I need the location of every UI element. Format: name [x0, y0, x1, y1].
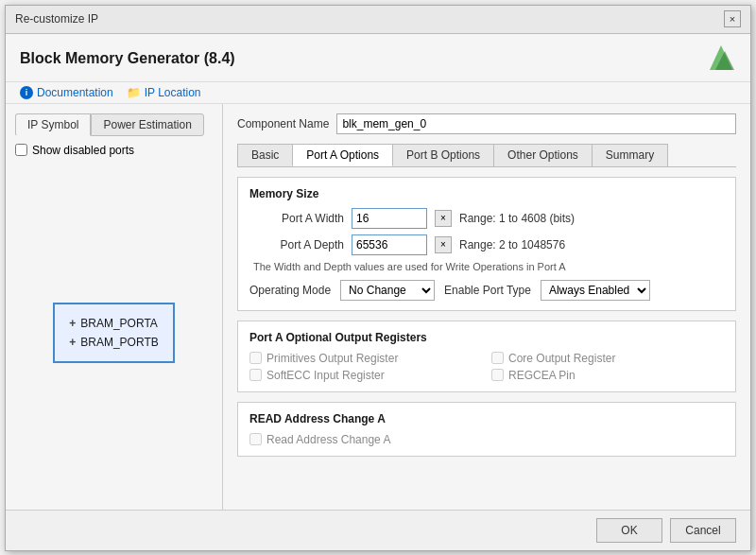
core-output-reg-label: Core Output Register: [508, 352, 615, 365]
bram-portb-row: + BRAM_PORTB: [69, 333, 158, 352]
softecc-reg-label: SoftECC Input Register: [266, 369, 385, 382]
width-depth-info: The Width and Depth values are used for …: [249, 261, 724, 272]
toolbar: i Documentation 📁 IP Location: [6, 82, 750, 104]
op-mode-label: Operating Mode: [249, 284, 331, 297]
left-panel: IP Symbol Power Estimation Show disabled…: [6, 104, 223, 510]
portb-plus-icon: +: [69, 336, 76, 349]
bram-porta-label: BRAM_PORTA: [80, 317, 158, 330]
dialog-header: Block Memory Generator (8.4): [6, 34, 750, 82]
content-area: IP Symbol Power Estimation Show disabled…: [6, 104, 750, 510]
cancel-button[interactable]: Cancel: [670, 518, 736, 543]
regcea-pin-label: REGCEA Pin: [508, 369, 576, 382]
main-tab-strip: Basic Port A Options Port B Options Othe…: [237, 144, 736, 167]
component-name-row: Component Name: [237, 113, 736, 134]
bram-symbol-box: + BRAM_PORTA + BRAM_PORTB: [53, 303, 174, 363]
port-a-width-clear-btn[interactable]: ×: [435, 210, 452, 227]
ip-location-link[interactable]: 📁 IP Location: [128, 86, 201, 99]
port-a-depth-input[interactable]: [352, 234, 427, 255]
memory-size-section: Memory Size Port A Width × Range: 1 to 4…: [237, 177, 736, 311]
op-mode-row: Operating Mode No Change Read First Writ…: [249, 280, 724, 301]
show-disabled-ports-checkbox[interactable]: [15, 144, 27, 156]
port-a-width-row: Port A Width × Range: 1 to 4608 (bits): [249, 208, 724, 229]
primitives-reg-checkbox[interactable]: [249, 352, 262, 364]
folder-icon: 📁: [128, 86, 141, 99]
regcea-pin-row: REGCEA Pin: [491, 369, 724, 382]
comp-name-label: Component Name: [237, 117, 329, 130]
tab-summary[interactable]: Summary: [592, 144, 668, 166]
optional-regs-section: Port A Optional Output Registers Primiti…: [237, 321, 736, 392]
main-dialog: Re-customize IP × Block Memory Generator…: [5, 5, 751, 551]
port-a-width-label: Port A Width: [249, 212, 344, 225]
show-disabled-ports-row: Show disabled ports: [15, 144, 213, 157]
right-panel: Component Name Basic Port A Options Port…: [223, 104, 750, 510]
optional-regs-title: Port A Optional Output Registers: [249, 331, 724, 344]
tab-port-b-options[interactable]: Port B Options: [392, 144, 494, 166]
op-mode-select-wrapper: No Change Read First Write First: [340, 280, 435, 301]
tab-power-estimation[interactable]: Power Estimation: [91, 113, 203, 136]
softecc-reg-row: SoftECC Input Register: [249, 369, 482, 382]
port-a-width-range: Range: 1 to 4608 (bits): [459, 212, 575, 225]
core-output-reg-checkbox[interactable]: [491, 352, 504, 364]
left-tab-strip: IP Symbol Power Estimation: [15, 113, 213, 136]
tab-basic[interactable]: Basic: [237, 144, 293, 166]
read-addr-change-label: Read Address Change A: [266, 433, 390, 446]
title-bar-text: Re-customize IP: [15, 12, 98, 26]
memory-size-title: Memory Size: [249, 187, 724, 200]
dialog-title: Block Memory Generator (8.4): [20, 50, 235, 67]
bram-porta-row: + BRAM_PORTA: [69, 314, 158, 333]
ok-button[interactable]: OK: [596, 518, 662, 543]
primitives-reg-row: Primitives Output Register: [249, 352, 482, 365]
port-a-depth-row: Port A Depth × Range: 2 to 1048576: [249, 234, 724, 255]
close-button[interactable]: ×: [724, 10, 741, 27]
read-addr-section: READ Address Change A Read Address Chang…: [237, 402, 736, 457]
enable-port-type-select-wrapper: Always Enabled Use ENA Pin: [541, 280, 650, 301]
optional-regs-grid: Primitives Output Register Core Output R…: [249, 352, 724, 382]
port-a-width-input[interactable]: [352, 208, 427, 229]
bram-symbol-area: + BRAM_PORTA + BRAM_PORTB: [15, 166, 213, 500]
bram-portb-label: BRAM_PORTB: [80, 336, 158, 349]
tab-content-area: Memory Size Port A Width × Range: 1 to 4…: [237, 177, 736, 500]
read-addr-change-row: Read Address Change A: [249, 433, 724, 446]
comp-name-input[interactable]: [336, 113, 736, 134]
op-mode-select[interactable]: No Change Read First Write First: [340, 280, 435, 301]
porta-plus-icon: +: [69, 317, 76, 330]
vivado-logo-icon: [706, 43, 736, 74]
regcea-pin-checkbox[interactable]: [491, 369, 504, 381]
port-a-depth-clear-btn[interactable]: ×: [435, 236, 452, 253]
read-addr-change-checkbox[interactable]: [249, 433, 262, 445]
softecc-reg-checkbox[interactable]: [249, 369, 262, 381]
read-addr-title: READ Address Change A: [249, 412, 724, 425]
primitives-reg-label: Primitives Output Register: [266, 352, 398, 365]
enable-port-type-select[interactable]: Always Enabled Use ENA Pin: [541, 280, 650, 301]
port-a-depth-range: Range: 2 to 1048576: [459, 238, 565, 251]
info-icon: i: [20, 86, 33, 99]
tab-port-a-options[interactable]: Port A Options: [292, 144, 393, 166]
show-disabled-ports-label: Show disabled ports: [32, 144, 134, 157]
bottom-bar: OK Cancel: [6, 510, 750, 550]
enable-port-type-label: Enable Port Type: [444, 284, 531, 297]
tab-other-options[interactable]: Other Options: [493, 144, 593, 166]
title-bar: Re-customize IP ×: [6, 6, 750, 34]
documentation-link[interactable]: i Documentation: [20, 86, 113, 99]
port-a-depth-label: Port A Depth: [249, 238, 344, 251]
tab-ip-symbol[interactable]: IP Symbol: [15, 113, 91, 136]
core-output-reg-row: Core Output Register: [491, 352, 724, 365]
